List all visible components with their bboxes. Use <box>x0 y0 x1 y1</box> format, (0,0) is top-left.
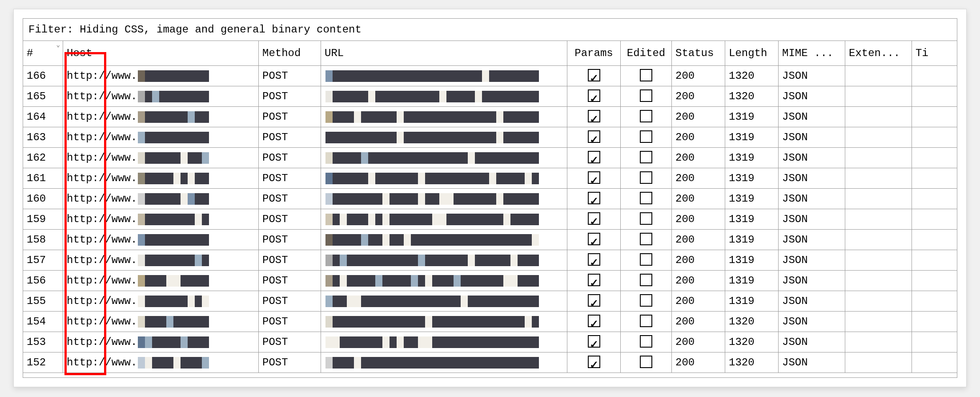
cell-title <box>912 168 943 188</box>
cell-extension <box>845 250 912 270</box>
redacted-content <box>325 275 539 287</box>
table-row[interactable]: 158http://www.POST2001319JSON <box>23 230 957 250</box>
col-mime-label: MIME ... <box>782 47 833 59</box>
cell-length: 1320 <box>725 332 779 352</box>
col-header-method[interactable]: Method <box>259 41 321 65</box>
cell-length: 1320 <box>725 66 779 86</box>
redacted-content <box>325 214 539 225</box>
host-prefix: http://www. <box>67 332 137 352</box>
redacted-content <box>325 193 539 205</box>
cell-extension <box>845 168 912 188</box>
table-header-row: # ⌄ Host Method URL Params Edited Status… <box>23 41 957 66</box>
col-header-extension[interactable]: Exten... <box>845 41 912 65</box>
cell-status: 200 <box>672 250 725 270</box>
cell-params <box>567 291 621 311</box>
cell-number: 159 <box>23 209 63 229</box>
cell-number: 158 <box>23 230 63 250</box>
params-checkbox <box>588 294 600 307</box>
cell-status: 200 <box>672 209 725 229</box>
cell-params <box>567 127 621 147</box>
table-row[interactable]: 164http://www.POST2001319JSON <box>23 107 957 127</box>
cell-params <box>567 148 621 168</box>
cell-mime: JSON <box>779 230 845 250</box>
table-row[interactable]: 163http://www.POST2001319JSON <box>23 127 957 148</box>
cell-status: 200 <box>672 312 725 332</box>
cell-params <box>567 66 621 86</box>
col-header-host[interactable]: Host <box>63 41 259 65</box>
cell-params <box>567 189 621 209</box>
cell-extension <box>845 86 912 106</box>
col-header-length[interactable]: Length <box>725 41 779 65</box>
edited-checkbox <box>640 274 652 286</box>
table-row[interactable]: 153http://www.POST2001320JSON <box>23 332 957 352</box>
redacted-content <box>325 132 539 143</box>
table-row[interactable]: 160http://www.POST2001319JSON <box>23 189 957 209</box>
redacted-content <box>325 152 539 164</box>
table-row[interactable]: 159http://www.POST2001319JSON <box>23 209 957 230</box>
cell-edited <box>621 230 672 250</box>
cell-params <box>567 312 621 332</box>
col-header-title[interactable]: Ti <box>912 41 943 65</box>
cell-edited <box>621 209 672 229</box>
cell-number: 157 <box>23 250 63 270</box>
cell-title <box>912 230 943 250</box>
col-header-url[interactable]: URL <box>321 41 567 65</box>
redacted-content <box>138 70 209 82</box>
table-row[interactable]: 156http://www.POST2001319JSON <box>23 271 957 291</box>
params-checkbox <box>588 171 600 184</box>
col-header-edited[interactable]: Edited <box>621 41 672 65</box>
table-row[interactable]: 162http://www.POST2001319JSON <box>23 148 957 168</box>
params-checkbox <box>588 253 600 266</box>
cell-number: 152 <box>23 352 63 373</box>
table-row[interactable]: 161http://www.POST2001319JSON <box>23 168 957 189</box>
cell-mime: JSON <box>779 271 845 291</box>
cell-host: http://www. <box>63 209 259 229</box>
cell-length: 1320 <box>725 312 779 332</box>
cell-edited <box>621 107 672 127</box>
cell-extension <box>845 148 912 168</box>
col-header-mime[interactable]: MIME ... <box>779 41 845 65</box>
col-header-params[interactable]: Params <box>567 41 621 65</box>
params-checkbox <box>588 356 600 368</box>
table-row[interactable]: 166http://www.POST2001320JSON <box>23 66 957 86</box>
cell-number: 161 <box>23 168 63 188</box>
cell-host: http://www. <box>63 332 259 352</box>
table-row[interactable]: 165http://www.POST2001320JSON <box>23 86 957 107</box>
cell-method: POST <box>259 107 321 127</box>
filter-bar[interactable]: Filter: Hiding CSS, image and general bi… <box>23 19 957 41</box>
host-prefix: http://www. <box>67 352 137 373</box>
edited-checkbox <box>640 171 652 184</box>
cell-method: POST <box>259 312 321 332</box>
redacted-content <box>138 152 209 164</box>
table-row[interactable]: 157http://www.POST2001319JSON <box>23 250 957 271</box>
cell-url <box>321 271 567 291</box>
cell-edited <box>621 66 672 86</box>
params-checkbox <box>588 130 600 143</box>
cell-number: 154 <box>23 312 63 332</box>
redacted-content <box>138 173 209 184</box>
cell-edited <box>621 332 672 352</box>
cell-extension <box>845 189 912 209</box>
cell-extension <box>845 230 912 250</box>
col-header-status[interactable]: Status <box>672 41 725 65</box>
table-row[interactable]: 154http://www.POST2001320JSON <box>23 312 957 332</box>
edited-checkbox <box>640 356 652 368</box>
cell-method: POST <box>259 230 321 250</box>
redacted-content <box>138 91 209 102</box>
cell-edited <box>621 352 672 373</box>
cell-method: POST <box>259 148 321 168</box>
cell-length: 1319 <box>725 127 779 147</box>
host-prefix: http://www. <box>67 148 137 168</box>
cell-url <box>321 291 567 311</box>
table-row[interactable]: 155http://www.POST2001319JSON <box>23 291 957 312</box>
cell-number: 162 <box>23 148 63 168</box>
cell-title <box>912 209 943 229</box>
cell-title <box>912 271 943 291</box>
redacted-content <box>325 70 539 82</box>
params-checkbox <box>588 335 600 348</box>
col-header-number[interactable]: # ⌄ <box>23 41 63 65</box>
table-row[interactable]: 152http://www.POST2001320JSON <box>23 352 957 373</box>
col-edited-label: Edited <box>627 47 665 59</box>
cell-title <box>912 107 943 127</box>
cell-url <box>321 250 567 270</box>
